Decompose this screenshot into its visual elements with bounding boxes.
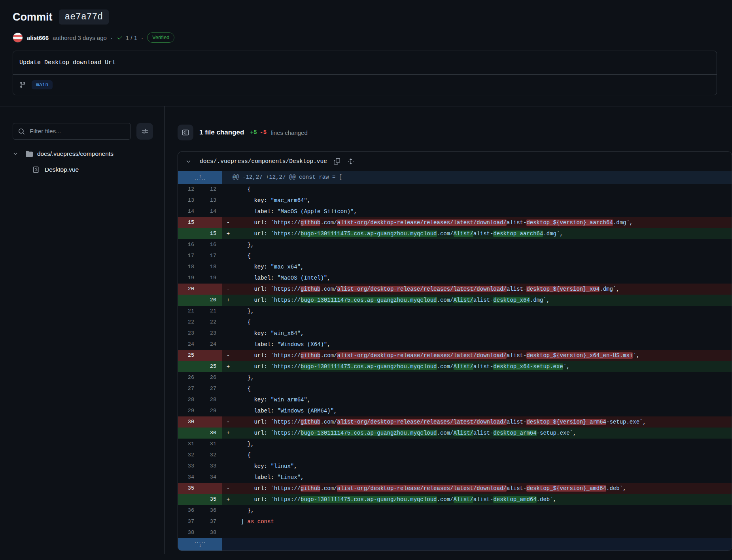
old-line-number[interactable]: 22 bbox=[178, 317, 200, 328]
new-line-number[interactable]: 12 bbox=[200, 184, 222, 195]
old-line-number[interactable]: 17 bbox=[178, 250, 200, 261]
code-text: url: `https://bugo-1301111475.cos.ap-gua… bbox=[234, 494, 556, 505]
new-line-number[interactable]: 34 bbox=[200, 472, 222, 483]
old-line-number[interactable] bbox=[178, 228, 200, 239]
old-line-number[interactable]: 14 bbox=[178, 206, 200, 217]
filter-options-button[interactable] bbox=[136, 123, 153, 140]
file-diff-card: docs/.vuepress/components/Desktop.vue ↑ bbox=[178, 151, 732, 551]
new-line-number[interactable]: 28 bbox=[200, 394, 222, 405]
toggle-sidebar-button[interactable] bbox=[178, 125, 193, 140]
code-text: url: `https://github.com/alist-org/deskt… bbox=[234, 284, 620, 295]
diff-row: 2929 label: "Windows (ARM64)", bbox=[178, 405, 732, 416]
copy-path-button[interactable] bbox=[333, 157, 341, 165]
old-line-number[interactable]: 21 bbox=[178, 306, 200, 317]
new-line-number[interactable]: 36 bbox=[200, 505, 222, 516]
new-line-number[interactable]: 31 bbox=[200, 439, 222, 450]
code-token: `https:// bbox=[270, 219, 301, 226]
tree-folder-row[interactable]: docs/.vuepress/components bbox=[13, 146, 153, 162]
new-line-number[interactable]: 35 bbox=[200, 494, 222, 505]
expand-up-button[interactable]: ↑ ····· bbox=[178, 171, 222, 184]
expand-all-button[interactable] bbox=[347, 157, 355, 165]
new-line-number[interactable]: 13 bbox=[200, 195, 222, 206]
new-line-number[interactable]: 15 bbox=[200, 228, 222, 239]
tree-file-row[interactable]: Desktop.vue bbox=[13, 162, 153, 178]
new-line-number[interactable]: 38 bbox=[200, 527, 222, 538]
collapse-file-button[interactable] bbox=[183, 156, 194, 167]
old-line-number[interactable]: 15 bbox=[178, 217, 200, 228]
new-line-number[interactable]: 18 bbox=[200, 261, 222, 272]
checks-status[interactable]: 1 / 1 bbox=[117, 34, 137, 41]
file-diff-header: docs/.vuepress/components/Desktop.vue bbox=[178, 152, 732, 171]
new-line-number[interactable]: 25 bbox=[200, 361, 222, 372]
code-line: + url: `https://bugo-1301111475.cos.ap-g… bbox=[222, 295, 732, 306]
new-line-number[interactable]: 24 bbox=[200, 339, 222, 350]
old-line-number[interactable]: 29 bbox=[178, 405, 200, 416]
filter-files-input[interactable] bbox=[29, 127, 125, 135]
new-line-number[interactable] bbox=[200, 284, 222, 295]
old-line-number[interactable]: 24 bbox=[178, 339, 200, 350]
old-line-number[interactable]: 31 bbox=[178, 439, 200, 450]
old-line-number[interactable] bbox=[178, 361, 200, 372]
old-line-number[interactable]: 34 bbox=[178, 472, 200, 483]
code-line: }, bbox=[222, 505, 732, 516]
code-token: }, bbox=[234, 308, 254, 314]
old-line-number[interactable]: 12 bbox=[178, 184, 200, 195]
new-line-number[interactable]: 20 bbox=[200, 295, 222, 306]
diff-marker bbox=[222, 527, 234, 538]
old-line-number[interactable]: 13 bbox=[178, 195, 200, 206]
new-line-number[interactable]: 29 bbox=[200, 405, 222, 416]
new-line-number[interactable]: 14 bbox=[200, 206, 222, 217]
commit-author[interactable]: alist666 bbox=[27, 34, 49, 41]
code-text: key: "mac_x64", bbox=[234, 261, 304, 272]
old-line-number[interactable]: 25 bbox=[178, 350, 200, 361]
old-line-number[interactable]: 26 bbox=[178, 372, 200, 383]
new-line-number[interactable] bbox=[200, 217, 222, 228]
new-line-number[interactable]: 17 bbox=[200, 250, 222, 261]
old-line-number[interactable]: 16 bbox=[178, 239, 200, 250]
old-line-number[interactable] bbox=[178, 428, 200, 439]
code-token: , bbox=[307, 197, 310, 204]
new-line-number[interactable]: 16 bbox=[200, 239, 222, 250]
code-token: `https:// bbox=[270, 231, 301, 237]
old-line-number[interactable]: 32 bbox=[178, 450, 200, 461]
old-line-number[interactable]: 27 bbox=[178, 383, 200, 394]
code-token: url: bbox=[234, 363, 270, 370]
new-line-number[interactable] bbox=[200, 416, 222, 428]
new-line-number[interactable]: 32 bbox=[200, 450, 222, 461]
old-line-number[interactable]: 33 bbox=[178, 461, 200, 472]
code-token: "mac_x64" bbox=[270, 264, 301, 270]
new-line-number[interactable]: 30 bbox=[200, 428, 222, 439]
old-line-number[interactable] bbox=[178, 494, 200, 505]
old-line-number[interactable]: 37 bbox=[178, 516, 200, 527]
new-line-number[interactable] bbox=[200, 483, 222, 494]
code-token: url: bbox=[234, 286, 270, 292]
old-line-number[interactable] bbox=[178, 295, 200, 306]
expand-down-button[interactable]: ····· ↓ bbox=[178, 538, 222, 551]
old-line-number[interactable]: 18 bbox=[178, 261, 200, 272]
new-line-number[interactable]: 27 bbox=[200, 383, 222, 394]
new-line-number[interactable]: 19 bbox=[200, 272, 222, 284]
old-line-number[interactable]: 36 bbox=[178, 505, 200, 516]
branch-badge[interactable]: main bbox=[32, 80, 53, 89]
old-line-number[interactable]: 38 bbox=[178, 527, 200, 538]
old-line-number[interactable]: 35 bbox=[178, 483, 200, 494]
avatar[interactable] bbox=[13, 32, 23, 43]
file-path[interactable]: docs/.vuepress/components/Desktop.vue bbox=[200, 158, 327, 165]
code-text: }, bbox=[234, 505, 254, 516]
old-line-number[interactable]: 28 bbox=[178, 394, 200, 405]
new-line-number[interactable] bbox=[200, 350, 222, 361]
new-line-number[interactable]: 33 bbox=[200, 461, 222, 472]
old-line-number[interactable]: 23 bbox=[178, 328, 200, 339]
code-token: .com/ bbox=[320, 419, 337, 425]
new-line-number[interactable]: 21 bbox=[200, 306, 222, 317]
new-line-number[interactable]: 22 bbox=[200, 317, 222, 328]
code-token: bugo-1301111475.cos.ap-guangzhou.myqclou… bbox=[301, 231, 437, 237]
verified-badge[interactable]: Verified bbox=[147, 32, 174, 43]
old-line-number[interactable]: 20 bbox=[178, 284, 200, 295]
new-line-number[interactable]: 23 bbox=[200, 328, 222, 339]
old-line-number[interactable]: 30 bbox=[178, 416, 200, 428]
new-line-number[interactable]: 37 bbox=[200, 516, 222, 527]
new-line-number[interactable]: 26 bbox=[200, 372, 222, 383]
code-line: ] as const bbox=[222, 516, 732, 527]
old-line-number[interactable]: 19 bbox=[178, 272, 200, 284]
